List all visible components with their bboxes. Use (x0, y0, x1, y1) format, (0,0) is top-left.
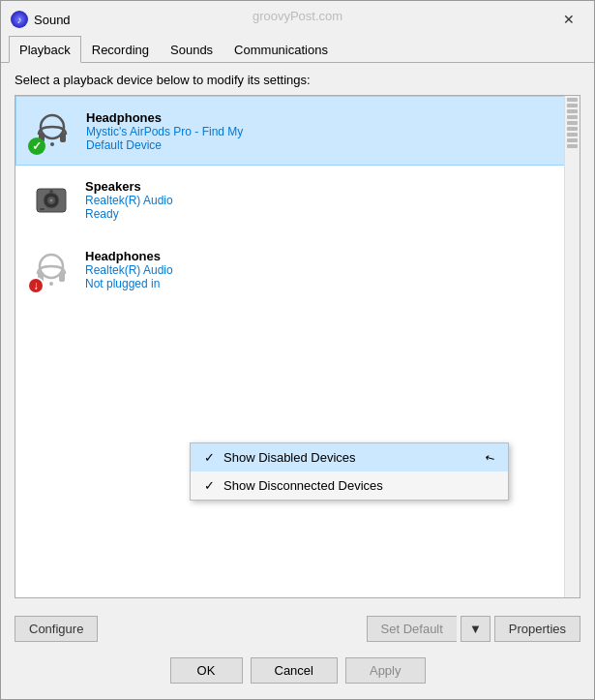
device-icon-headphones-unplugged: ↓ (27, 246, 75, 294)
main-content: Select a playback device below to modify… (1, 63, 594, 608)
scroll-stripe (567, 121, 578, 125)
sound-dialog: ♪ Sound groovyPost.com ✕ Playback Record… (0, 0, 595, 700)
configure-button[interactable]: Configure (15, 616, 98, 642)
properties-button[interactable]: Properties (494, 616, 580, 642)
scroll-stripe (567, 144, 578, 148)
scroll-stripe (567, 133, 578, 137)
device-list: ✓ Headphones Mystic's AirPods Pro - Find… (15, 96, 580, 305)
device-name-1: Headphones (86, 110, 567, 125)
context-menu-show-disabled[interactable]: ✓ Show Disabled Devices ↖ (191, 443, 508, 472)
svg-point-8 (49, 190, 53, 194)
cancel-button[interactable]: Cancel (251, 657, 338, 684)
scroll-stripe (567, 104, 578, 107)
tab-communications[interactable]: Communications (223, 36, 339, 63)
check-disconnected-icon: ✓ (204, 478, 223, 493)
tab-recording[interactable]: Recording (81, 36, 160, 63)
context-show-disabled-label: Show Disabled Devices (223, 450, 356, 465)
device-item-speakers[interactable]: Speakers Realtek(R) Audio Ready (15, 166, 580, 235)
set-default-arrow-button[interactable]: ▼ (461, 616, 491, 642)
tab-sounds[interactable]: Sounds (160, 36, 223, 63)
status-badge-check: ✓ (28, 137, 45, 155)
device-icon-headphones-default: ✓ (28, 107, 76, 155)
device-status-2: Ready (85, 207, 568, 221)
device-item-headphones-default[interactable]: ✓ Headphones Mystic's AirPods Pro - Find… (15, 96, 580, 166)
sound-icon: ♪ (11, 11, 28, 28)
scroll-stripe (567, 115, 578, 119)
scroll-stripe (567, 98, 578, 102)
device-status-1: Default Device (86, 138, 567, 152)
device-sub-1: Mystic's AirPods Pro - Find My (86, 125, 567, 138)
ok-button[interactable]: OK (170, 657, 243, 684)
svg-point-7 (50, 198, 53, 201)
check-disabled-icon: ✓ (204, 450, 223, 465)
context-show-disconnected-label: Show Disconnected Devices (223, 478, 383, 493)
scrollbar[interactable] (564, 96, 580, 597)
cursor-icon: ↖ (482, 449, 497, 466)
device-name-2: Speakers (85, 179, 568, 194)
device-info-2: Speakers Realtek(R) Audio Ready (85, 179, 568, 221)
device-info-1: Headphones Mystic's AirPods Pro - Find M… (86, 110, 567, 152)
device-icon-speakers (27, 176, 75, 225)
footer-buttons: Configure Set Default ▼ Properties (1, 608, 594, 650)
watermark: groovyPost.com (253, 9, 342, 23)
title-bar: ♪ Sound groovyPost.com ✕ (1, 1, 594, 36)
device-info-3: Headphones Realtek(R) Audio Not plugged … (85, 249, 568, 290)
svg-point-13 (49, 282, 53, 286)
speaker-icon (32, 181, 71, 220)
title-left: ♪ Sound (11, 11, 71, 28)
tab-playback[interactable]: Playback (9, 36, 81, 63)
window-title: Sound (34, 13, 71, 27)
device-status-3: Not plugged in (85, 277, 568, 290)
status-badge-x: ↓ (27, 277, 45, 294)
scroll-stripe (567, 127, 578, 131)
dialog-buttons: OK Cancel Apply (1, 650, 594, 699)
scroll-stripe (567, 109, 578, 113)
svg-point-3 (50, 142, 54, 146)
device-list-container: ✓ Headphones Mystic's AirPods Pro - Find… (15, 95, 580, 598)
close-button[interactable]: ✕ (555, 9, 582, 30)
instruction-text: Select a playback device below to modify… (15, 73, 580, 87)
context-menu: ✓ Show Disabled Devices ↖ ✓ Show Disconn… (190, 442, 509, 501)
device-sub-2: Realtek(R) Audio (85, 194, 568, 207)
tabs-bar: Playback Recording Sounds Communications (1, 36, 594, 63)
device-name-3: Headphones (85, 249, 568, 263)
context-menu-show-disconnected[interactable]: ✓ Show Disconnected Devices (191, 472, 508, 500)
device-sub-3: Realtek(R) Audio (85, 263, 568, 277)
device-item-headphones-unplugged[interactable]: ↓ Headphones Realtek(R) Audio Not plugge… (15, 235, 580, 305)
scroll-stripe (567, 138, 578, 142)
svg-rect-9 (40, 208, 45, 210)
set-default-button[interactable]: Set Default (367, 616, 457, 642)
apply-button[interactable]: Apply (345, 657, 426, 684)
